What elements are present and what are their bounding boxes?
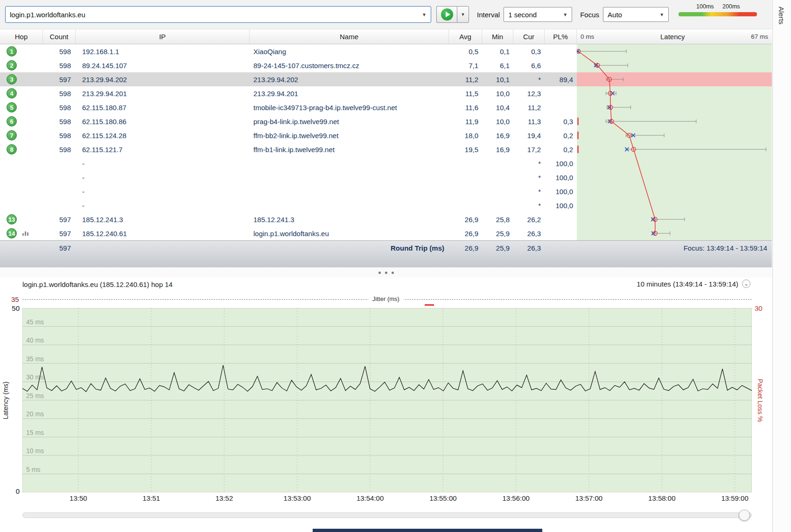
cell-hop: 4 xyxy=(0,86,43,100)
cell-avg: 26,9 xyxy=(449,212,482,226)
jitter-strip: 35 Jitter (ms) xyxy=(0,292,772,308)
table-row[interactable]: 14597185.12.240.61login.p1.worldoftanks.… xyxy=(0,226,772,240)
header-hop[interactable]: Hop xyxy=(0,29,43,44)
latency-graph-cell xyxy=(577,114,772,128)
cell-ip: - xyxy=(76,170,250,184)
header-count[interactable]: Count xyxy=(43,29,76,44)
table-row[interactable]: 4598213.29.94.201213.29.94.20111,510,012… xyxy=(0,86,772,100)
header-ip[interactable]: IP xyxy=(76,29,250,44)
cell-cur: * xyxy=(513,72,545,86)
table-row[interactable]: 13597185.12.241.3185.12.241.326,925,826,… xyxy=(0,212,772,226)
cell-avg: 11,9 xyxy=(449,114,482,128)
summary-min: 25,9 xyxy=(482,241,513,255)
table-row[interactable]: 859862.115.121.7ffm-b1-link.ip.twelve99.… xyxy=(0,142,772,156)
round-trip-label: Round Trip (ms) xyxy=(391,244,444,252)
cell-pl xyxy=(545,86,577,100)
x-tick-label: 13:53:00 xyxy=(284,494,311,502)
timeline-scrollbar[interactable] xyxy=(22,512,752,518)
cell-cur: 12,3 xyxy=(513,86,545,100)
tab-alerts[interactable]: Alerts xyxy=(776,4,787,27)
cell-count: 598 xyxy=(43,114,76,128)
table-row[interactable]: -*100,0 xyxy=(0,170,772,184)
cell-avg xyxy=(449,184,482,198)
start-options-dropdown[interactable]: ▼ xyxy=(457,6,469,23)
cell-name: 213.29.94.201 xyxy=(250,86,449,100)
cell-avg xyxy=(449,156,482,170)
latency-graph-cell xyxy=(577,128,772,142)
header-cur[interactable]: Cur xyxy=(513,29,545,44)
table-row[interactable]: -*100,0 xyxy=(0,198,772,212)
table-row[interactable]: 759862.115.124.28ffm-bb2-link.ip.twelve9… xyxy=(0,128,772,142)
play-icon xyxy=(441,8,453,21)
table-row[interactable]: 659862.115.180.86prag-b4-link.ip.twelve9… xyxy=(0,114,772,128)
cell-name xyxy=(250,184,449,198)
jitter-axis-max: 35 xyxy=(11,295,19,303)
cell-pl: 89,4 xyxy=(545,72,577,86)
pingplotter-window: login.p1.worldoftanks.eu ▼ ▼ Interval 1 … xyxy=(0,0,791,532)
svg-text:15 ms: 15 ms xyxy=(26,429,44,436)
chevron-down-icon[interactable]: ▼ xyxy=(422,12,427,17)
timeline-header: login.p1.worldoftanks.eu (185.12.240.61)… xyxy=(0,278,772,292)
table-row[interactable]: 559862.115.180.87tmobile-ic349713-prag-b… xyxy=(0,100,772,114)
cell-name: 185.12.241.3 xyxy=(250,212,449,226)
cell-name: ffm-bb2-link.ip.twelve99.net xyxy=(250,128,449,142)
table-row[interactable]: 3597213.29.94.202213.29.94.20211,210,1*8… xyxy=(0,72,772,86)
cell-min xyxy=(482,184,513,198)
header-pl[interactable]: PL% xyxy=(545,29,577,44)
cell-cur: 6,6 xyxy=(513,58,545,72)
cell-count: 598 xyxy=(43,128,76,142)
table-row[interactable]: 259889.24.145.10789-24-145-107.customers… xyxy=(0,58,772,72)
latency-graph-cell xyxy=(577,226,772,240)
table-row[interactable]: 1598192.168.1.1XiaoQiang0,50,10,3 xyxy=(0,44,772,58)
cell-pl xyxy=(545,44,577,58)
target-input[interactable]: login.p1.worldoftanks.eu ▼ xyxy=(5,6,431,23)
scrollbar-thumb[interactable] xyxy=(739,510,750,521)
latency-graph-cell xyxy=(577,212,772,226)
hop-badge: 6 xyxy=(7,116,17,126)
cell-min: 10,1 xyxy=(482,72,513,86)
cell-cur: 26,3 xyxy=(513,226,545,240)
interval-select[interactable]: 1 second ▼ xyxy=(504,7,572,22)
cell-min xyxy=(482,156,513,170)
header-latency[interactable]: 0 ms Latency 67 ms xyxy=(577,29,772,44)
x-tick-label: 13:55:00 xyxy=(429,494,456,502)
cell-hop: 6 xyxy=(0,114,43,128)
cell-name: 213.29.94.202 xyxy=(250,72,449,86)
cell-name xyxy=(250,156,449,170)
panel-splitter[interactable] xyxy=(0,267,772,278)
table-row[interactable]: -*100,0 xyxy=(0,184,772,198)
latency-graph-cell xyxy=(577,72,772,86)
focus-select[interactable]: Auto ▼ xyxy=(603,7,669,22)
svg-text:20 ms: 20 ms xyxy=(26,410,44,418)
svg-text:5 ms: 5 ms xyxy=(26,466,40,473)
start-trace-button[interactable] xyxy=(436,6,457,23)
latency-graph-cell xyxy=(577,100,772,114)
trace-table-header: Hop Count IP Name Avg Min Cur PL% 0 ms L… xyxy=(0,29,772,44)
cell-ip: 185.12.240.61 xyxy=(76,226,250,240)
cell-ip: 89.24.145.107 xyxy=(76,58,250,72)
cell-name: tmobile-ic349713-prag-b4.ip.twelve99-cus… xyxy=(250,100,449,114)
header-avg[interactable]: Avg xyxy=(449,29,482,44)
header-name[interactable]: Name xyxy=(250,29,449,44)
cell-ip: 62.115.180.87 xyxy=(76,100,250,114)
table-row[interactable]: -*100,0 xyxy=(0,156,772,170)
focus-label: Focus xyxy=(580,11,599,19)
cell-name: 89-24-145-107.customers.tmcz.cz xyxy=(250,58,449,72)
collapse-chevron-icon[interactable]: ⌄ xyxy=(742,280,750,288)
cell-min xyxy=(482,170,513,184)
header-min[interactable]: Min xyxy=(482,29,513,44)
cell-count xyxy=(43,198,76,212)
cell-count: 598 xyxy=(43,142,76,156)
cell-ip: 185.12.241.3 xyxy=(76,212,250,226)
cell-hop xyxy=(0,170,43,184)
summary-cur: 26,3 xyxy=(513,241,545,255)
timeline-chart[interactable]: 45 ms40 ms35 ms30 ms25 ms20 ms15 ms10 ms… xyxy=(22,308,752,492)
hop-badge: 5 xyxy=(7,102,17,112)
cell-hop: 8 xyxy=(0,142,43,156)
summary-label-cell: Round Trip (ms) xyxy=(76,241,449,255)
x-tick-label: 13:56:00 xyxy=(502,494,529,502)
legend-200ms-label: 200ms xyxy=(722,3,740,10)
cell-avg: 19,5 xyxy=(449,142,482,156)
latency-graph-cell xyxy=(577,142,772,156)
x-tick-label: 13:59:00 xyxy=(721,494,748,502)
